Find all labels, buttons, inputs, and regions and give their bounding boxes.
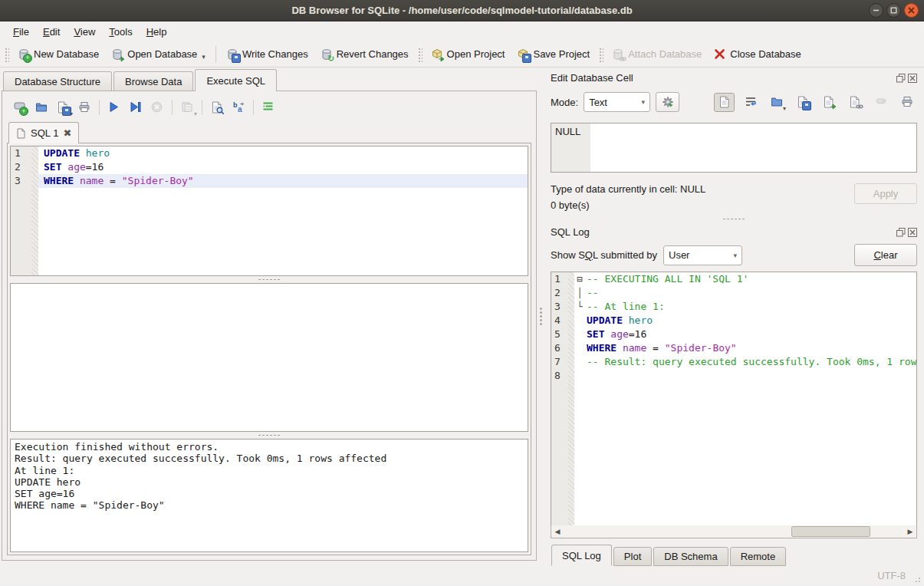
- tab-execute-sql[interactable]: Execute SQL: [195, 69, 277, 91]
- new-database-button[interactable]: +New Database: [12, 45, 105, 64]
- code-token: UPDATE: [587, 314, 623, 326]
- revert-changes-button[interactable]: ↻Revert Changes: [314, 45, 415, 64]
- menu-view[interactable]: View: [67, 23, 102, 41]
- print-cell-button[interactable]: [896, 93, 917, 112]
- close-database-button[interactable]: Close Database: [708, 45, 807, 64]
- fold-guide: └: [574, 300, 585, 314]
- close-panel-icon[interactable]: [908, 228, 917, 237]
- mode-label: Mode:: [551, 97, 578, 108]
- sql-editor[interactable]: 1UPDATE hero2SET age=163WHERE name = "Sp…: [10, 146, 528, 276]
- text-document-button[interactable]: [714, 93, 735, 112]
- editor-results-splitter[interactable]: [10, 276, 528, 283]
- execute-current-line-button[interactable]: [126, 98, 146, 117]
- editor-line[interactable]: 3WHERE name = "Spider-Boy": [11, 174, 528, 188]
- dropdown-caret-icon[interactable]: ▾: [202, 53, 206, 61]
- edit-cell-title: Edit Database Cell: [551, 72, 896, 84]
- cell-edit-area[interactable]: [590, 123, 916, 172]
- line-number-gutter: [551, 383, 568, 525]
- dropdown-caret-icon[interactable]: ▾: [194, 110, 197, 117]
- results-grid[interactable]: [10, 283, 528, 432]
- dock-tab-sql-log[interactable]: SQL Log: [551, 545, 612, 566]
- chevron-down-icon: ▾: [733, 252, 737, 259]
- dropdown-caret-icon[interactable]: ▾: [70, 110, 73, 117]
- menu-file[interactable]: File: [6, 23, 36, 41]
- dropdown-caret-icon[interactable]: ▾: [783, 105, 786, 112]
- stop-execution-button: [147, 98, 167, 117]
- scroll-left-icon[interactable]: ◀: [551, 525, 564, 538]
- save-sql-file-button[interactable]: ▾: [53, 98, 73, 117]
- open-project-button[interactable]: Open Project: [425, 45, 511, 64]
- toolbar-separator: [99, 100, 100, 115]
- line-number: 4: [551, 314, 568, 328]
- tab-browse-data[interactable]: Browse Data: [113, 71, 193, 91]
- export-text-button[interactable]: [792, 93, 813, 112]
- clear-log-button[interactable]: Clear: [854, 244, 917, 266]
- editor-empty-area[interactable]: [11, 188, 528, 275]
- print-sql-button[interactable]: [74, 98, 94, 117]
- fold-collapse-icon[interactable]: ⊟: [574, 272, 585, 286]
- float-panel-icon[interactable]: [896, 74, 906, 83]
- code-token: SET: [587, 328, 604, 340]
- editor-line[interactable]: 1UPDATE hero: [11, 146, 528, 160]
- code-token: [74, 175, 80, 186]
- close-sql-tab-icon[interactable]: ✖: [63, 127, 71, 139]
- log-line: 8: [551, 369, 916, 383]
- float-panel-icon[interactable]: [896, 228, 906, 237]
- mode-select[interactable]: Text ▾: [584, 92, 650, 112]
- results-log-splitter[interactable]: [10, 432, 528, 439]
- close-panel-icon[interactable]: [908, 74, 917, 83]
- execute-all-button[interactable]: [104, 98, 124, 117]
- open-sql-file-button[interactable]: [31, 98, 51, 117]
- main-vertical-splitter[interactable]: [538, 67, 544, 566]
- format-sql-button[interactable]: [258, 98, 278, 117]
- scrollbar-thumb[interactable]: [791, 526, 870, 537]
- scroll-right-icon[interactable]: ▶: [904, 525, 916, 538]
- dock-tab-db-schema[interactable]: DB Schema: [653, 547, 728, 566]
- menu-edit[interactable]: Edit: [36, 23, 67, 41]
- cell-null-gutter: NULL: [551, 123, 590, 172]
- sql-log-view[interactable]: 1⊟-- EXECUTING ALL IN 'SQL 1'2│--3└-- At…: [551, 272, 917, 525]
- submitted-by-select[interactable]: User ▾: [663, 245, 742, 265]
- open-database-button[interactable]: Open Database▾: [105, 45, 212, 64]
- copy-link-button[interactable]: [844, 93, 865, 112]
- dock-tab-plot[interactable]: Plot: [613, 547, 652, 566]
- open-in-external-button[interactable]: [818, 93, 839, 112]
- word-wrap-button[interactable]: [740, 93, 761, 112]
- apply-button[interactable]: Apply: [854, 183, 917, 204]
- dock-section-splitter[interactable]: [551, 213, 917, 225]
- fold-guide: [574, 328, 585, 341]
- resize-grip[interactable]: [912, 574, 922, 584]
- menu-help[interactable]: Help: [140, 23, 174, 41]
- write-changes-button[interactable]: Write Changes: [220, 45, 314, 64]
- new-sql-tab-button[interactable]: +: [10, 98, 30, 117]
- sql-log-title: SQL Log: [551, 226, 896, 238]
- dock-tab-remote[interactable]: Remote: [730, 547, 787, 566]
- save-results-button: ▾: [177, 98, 197, 117]
- tab-database-structure[interactable]: Database Structure: [3, 71, 112, 91]
- save-project-button[interactable]: Save Project: [511, 45, 596, 64]
- cell-value-editor[interactable]: NULL: [551, 123, 917, 173]
- find-button[interactable]: [207, 98, 227, 117]
- database-revert-icon: ↻: [321, 48, 333, 61]
- line-number: 2: [11, 160, 31, 174]
- print-sql-icon: [78, 101, 90, 114]
- line-number: 7: [551, 355, 568, 369]
- save-sql-file-icon: [57, 101, 69, 114]
- editor-line[interactable]: 2SET age=16: [11, 160, 528, 174]
- cell-size-info: 0 byte(s): [551, 197, 854, 213]
- chevron-down-icon: ▾: [642, 98, 646, 106]
- sql-log-hscrollbar[interactable]: ◀ ▶: [551, 525, 917, 538]
- minimize-button[interactable]: [869, 3, 883, 18]
- scrollbar-track[interactable]: [564, 525, 904, 538]
- show-sql-label: Show SQL submitted by: [551, 249, 657, 261]
- menu-tools[interactable]: Tools: [102, 23, 139, 41]
- toolbar-separator: [215, 46, 216, 63]
- find-replace-button[interactable]: ba: [229, 98, 248, 117]
- auto-apply-button[interactable]: [656, 92, 679, 112]
- close-button[interactable]: [904, 3, 919, 18]
- import-text-button[interactable]: ▾: [766, 93, 787, 112]
- maximize-button[interactable]: [886, 3, 901, 18]
- line-number: 3: [551, 300, 568, 314]
- line-number: 3: [11, 174, 31, 188]
- sql-file-tab[interactable]: SQL 1 ✖: [8, 122, 79, 143]
